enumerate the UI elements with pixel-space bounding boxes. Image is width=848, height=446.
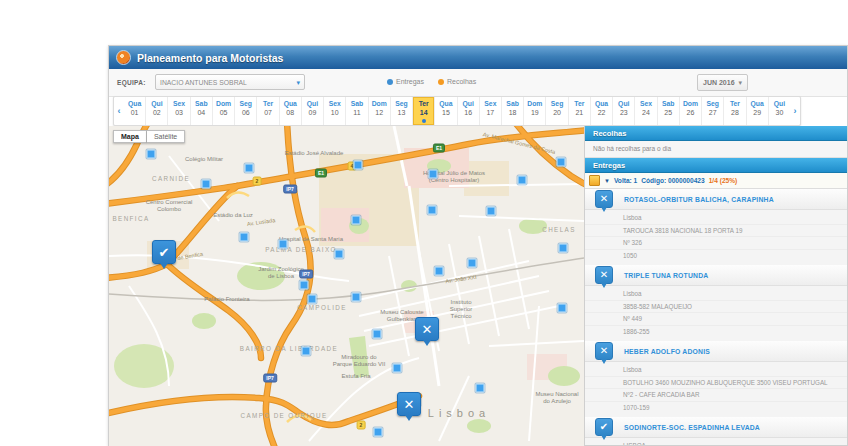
calendar-day[interactable]: Sab 18 xyxy=(502,97,524,125)
delivery-mini-marker[interactable] xyxy=(308,295,317,304)
chevron-down-icon: ▾ xyxy=(739,79,743,86)
stop-address-line: 1070-159 xyxy=(585,402,847,414)
calendar-day[interactable]: Sab 25 xyxy=(658,97,680,125)
map-type-button-satelite[interactable]: Satélite xyxy=(147,130,185,143)
delivery-mini-marker[interactable] xyxy=(245,164,254,173)
recolhas-empty-message: Não há recolhas para o dia xyxy=(585,141,847,158)
delivery-mini-marker[interactable] xyxy=(202,180,211,189)
calendar-day[interactable]: Dom 12 xyxy=(369,97,391,125)
delivery-mini-marker[interactable] xyxy=(373,330,382,339)
calendar-day[interactable]: Qua 15 xyxy=(435,97,457,125)
map-type-controls: MapaSatélite xyxy=(113,130,185,143)
delivery-mini-marker[interactable] xyxy=(300,281,309,290)
calendar-day-selected[interactable]: Ter 14 xyxy=(413,97,435,125)
delivery-mini-marker[interactable] xyxy=(435,267,444,276)
delivery-mini-marker[interactable] xyxy=(352,216,361,225)
delivery-mini-marker[interactable] xyxy=(557,158,566,167)
delivery-mini-marker[interactable] xyxy=(518,176,527,185)
delivery-stop: ✔ SODINORTE-SOC. ESPADINHA LEVADA LISBOA… xyxy=(585,417,847,445)
delivery-mini-marker[interactable] xyxy=(302,347,311,356)
delivery-mini-marker[interactable] xyxy=(352,293,361,302)
calendar-day[interactable]: Qui 02 xyxy=(146,97,168,125)
map-pin-completed[interactable]: ✔ xyxy=(152,240,176,264)
map-canvas[interactable]: MapaSatélite Colégio MilitarEstádio José… xyxy=(109,126,584,446)
title-bar: Planeamento para Motoristas xyxy=(109,46,847,69)
volta-progress: 1/4 (25%) xyxy=(709,177,738,184)
calendar-day[interactable]: Dom 19 xyxy=(524,97,546,125)
planning-window: Planeamento para Motoristas EQUIPA: INAC… xyxy=(108,45,848,446)
route-icon xyxy=(589,175,600,186)
stop-marker-icon: ✕ xyxy=(595,266,613,284)
app-icon xyxy=(116,50,131,65)
delivery-mini-marker[interactable] xyxy=(279,240,288,249)
stop-name: HEBER ADOLFO ADONIS xyxy=(624,348,710,355)
delivery-stop-header[interactable]: ✕ ROTASOL-ORBITUR BALICHA, CARAPINHA xyxy=(585,189,847,210)
stop-name: SODINORTE-SOC. ESPADINHA LEVADA xyxy=(624,424,760,431)
delivery-mini-marker[interactable] xyxy=(559,244,568,253)
calendar-day[interactable]: Qua 29 xyxy=(747,97,769,125)
map-pin-delivery[interactable]: ✕ xyxy=(397,392,421,416)
calendar-day[interactable]: Sab 11 xyxy=(346,97,368,125)
calendar-day[interactable]: Qui 23 xyxy=(613,97,635,125)
delivery-mini-marker[interactable] xyxy=(240,233,249,242)
calendar-day[interactable]: Qua 22 xyxy=(591,97,613,125)
delivery-mini-marker[interactable] xyxy=(147,150,156,159)
map-pin-delivery[interactable]: ✕ xyxy=(415,317,439,341)
map-type-button-mapa[interactable]: Mapa xyxy=(113,130,147,143)
month-selector[interactable]: JUN 2016 ▾ xyxy=(697,74,748,91)
delivery-mini-marker[interactable] xyxy=(354,161,363,170)
calendar-day[interactable]: Ter 21 xyxy=(569,97,591,125)
calendar-day[interactable]: Seg 27 xyxy=(702,97,724,125)
team-label: EQUIPA: xyxy=(117,79,146,86)
delivery-stop-header[interactable]: ✔ SODINORTE-SOC. ESPADINHA LEVADA xyxy=(585,417,847,438)
calendar-next-icon[interactable]: › xyxy=(790,97,800,125)
stop-address-line: Nº 326 xyxy=(585,237,847,250)
calendar-day[interactable]: Seg 06 xyxy=(235,97,257,125)
calendar-day[interactable]: Qua 01 xyxy=(124,97,146,125)
stop-address-line: TAROUCA 3818 NACIONAL 18 PORTA 19 xyxy=(585,225,847,238)
stop-address-line: Nº2 - CAFE ARCADIA BAR xyxy=(585,389,847,402)
calendar-day[interactable]: Qua 08 xyxy=(280,97,302,125)
calendar-day[interactable]: Dom 26 xyxy=(680,97,702,125)
delivery-mini-marker[interactable] xyxy=(428,206,437,215)
delivery-mini-marker[interactable] xyxy=(476,384,485,393)
calendar-day[interactable]: Qui 16 xyxy=(458,97,480,125)
calendar-day[interactable]: Qui 09 xyxy=(302,97,324,125)
check-icon: ✔ xyxy=(600,422,608,432)
team-select-value: INACIO ANTUNES SOBRAL xyxy=(160,79,247,86)
calendar-day[interactable]: Qui 30 xyxy=(769,97,790,125)
calendar-day[interactable]: Sab 04 xyxy=(191,97,213,125)
delivery-stop-header[interactable]: ✕ HEBER ADOLFO ADONIS xyxy=(585,341,847,362)
delivery-mini-marker[interactable] xyxy=(558,304,567,313)
calendar-day[interactable]: Ter 07 xyxy=(257,97,279,125)
delivery-mini-marker[interactable] xyxy=(468,259,477,268)
x-icon: ✕ xyxy=(600,346,608,356)
stop-address-line: 1050 xyxy=(585,250,847,262)
team-select[interactable]: INACIO ANTUNES SOBRAL ▾ xyxy=(155,74,305,90)
delivery-mini-marker[interactable] xyxy=(335,250,344,259)
delivery-mini-marker[interactable] xyxy=(487,207,496,216)
delivery-stop-header[interactable]: ✕ TRIPLE TUNA ROTUNDA xyxy=(585,265,847,286)
calendar-day[interactable]: Sex 24 xyxy=(635,97,657,125)
delivery-mini-marker[interactable] xyxy=(429,170,438,179)
calendar-prev-icon[interactable]: ‹ xyxy=(114,97,124,125)
calendar-day[interactable]: Seg 20 xyxy=(546,97,568,125)
delivery-stop: ✕ TRIPLE TUNA ROTUNDA Lisboa3858-582 MAL… xyxy=(585,265,847,341)
delivery-stop: ✕ HEBER ADOLFO ADONIS LisboaBOTULHO 3460… xyxy=(585,341,847,417)
legend: EntregasRecolhas xyxy=(387,78,476,85)
volta-row[interactable]: ▼ Volta: 1 Código: 0000000423 1/4 (25%) xyxy=(585,173,847,189)
entregas-header: Entregas xyxy=(585,158,847,173)
x-icon: ✕ xyxy=(600,194,608,204)
calendar-day[interactable]: Sex 03 xyxy=(168,97,190,125)
calendar-day[interactable]: Sex 17 xyxy=(480,97,502,125)
stop-address: Lisboa3858-582 MALAQUEIJONº 4491886-255 xyxy=(585,286,847,341)
delivery-mini-marker[interactable] xyxy=(374,428,383,437)
calendar-day[interactable]: Dom 05 xyxy=(213,97,235,125)
stop-address: LisboaTAROUCA 3818 NACIONAL 18 PORTA 19N… xyxy=(585,210,847,265)
chevron-down-icon: ▾ xyxy=(296,79,300,86)
calendar-day[interactable]: Ter 28 xyxy=(724,97,746,125)
stop-address: LisboaBOTULHO 3460 MOUZINHO ALBUQUERQUE … xyxy=(585,362,847,417)
delivery-mini-marker[interactable] xyxy=(393,364,402,373)
calendar-day[interactable]: Sex 10 xyxy=(324,97,346,125)
calendar-day[interactable]: Seg 13 xyxy=(391,97,413,125)
